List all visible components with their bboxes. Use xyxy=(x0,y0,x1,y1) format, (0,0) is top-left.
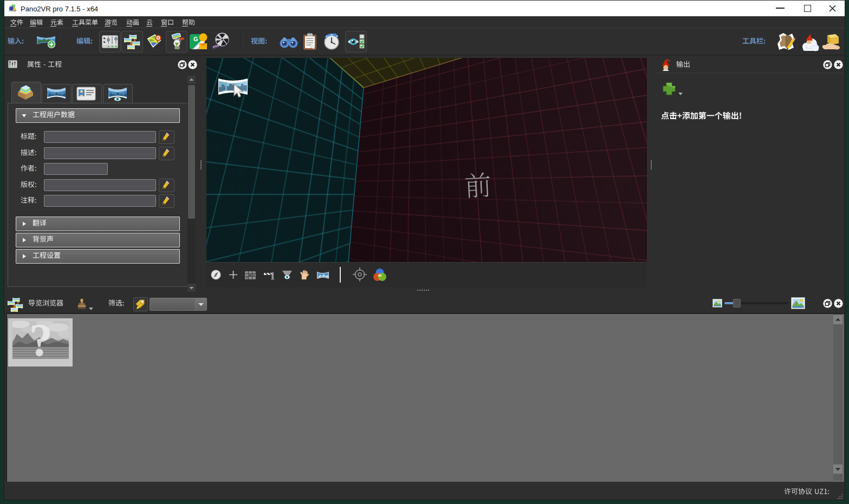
svg-text:G: G xyxy=(193,36,198,42)
